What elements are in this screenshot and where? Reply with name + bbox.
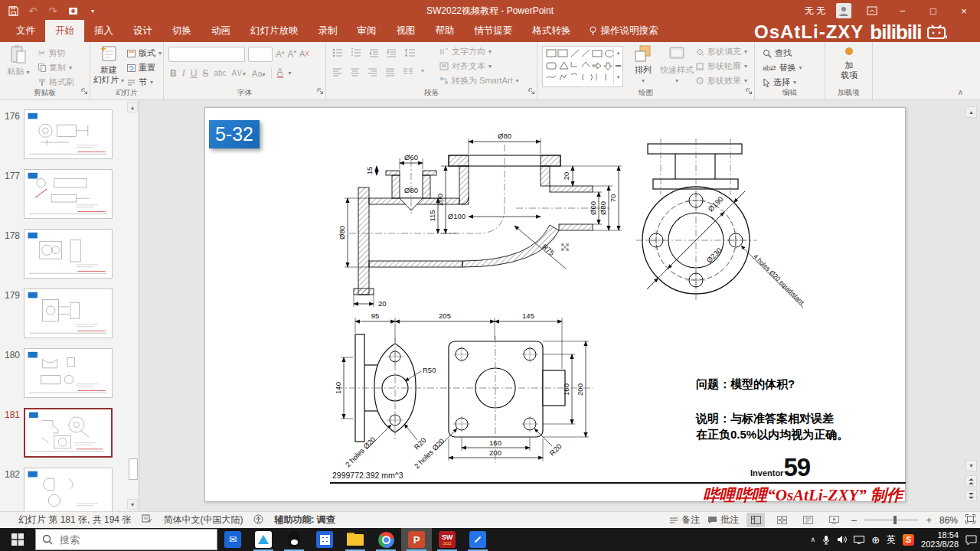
outdent-icon[interactable] <box>369 48 379 57</box>
change-case-button[interactable]: Aa▾ <box>252 69 265 78</box>
tab-transitions[interactable]: 切换 <box>162 20 201 42</box>
line-spacing-icon[interactable] <box>404 48 416 57</box>
taskbar-app-browser[interactable] <box>371 528 401 551</box>
taskbar-app-docs[interactable] <box>309 528 340 551</box>
collapse-ribbon-button[interactable]: ∧ <box>958 88 963 96</box>
thumbnail-176[interactable]: 176 <box>0 109 139 159</box>
slide-181[interactable]: 5-32 <box>204 107 906 502</box>
char-spacing-button[interactable]: AV▾ <box>231 69 247 77</box>
addins-button[interactable]: 加 载项 <box>832 44 866 80</box>
tab-insert[interactable]: 插入 <box>84 20 123 42</box>
font-size-select[interactable] <box>248 47 273 62</box>
ribbon-display-options-icon[interactable] <box>862 2 882 19</box>
canvas-scroll-up[interactable]: ▴ <box>965 106 977 118</box>
indent-icon[interactable] <box>387 48 397 57</box>
numbering-icon[interactable] <box>351 48 361 57</box>
paste-button[interactable]: 粘贴 ▾ <box>2 44 35 77</box>
search-input[interactable] <box>58 533 199 546</box>
new-slide-button[interactable]: 新建 幻灯片 ▾ <box>92 44 126 86</box>
zoom-out-button[interactable]: − <box>851 514 857 527</box>
taskbar-app-solidworks[interactable]: SW2022 <box>432 528 462 551</box>
speaker-icon[interactable] <box>837 535 847 544</box>
italic-button[interactable]: I <box>182 67 185 79</box>
avatar[interactable] <box>836 3 851 18</box>
font-name-select[interactable] <box>168 47 245 62</box>
sogou-icon[interactable]: S <box>903 534 914 546</box>
tab-record[interactable]: 录制 <box>309 20 348 42</box>
thumb-scroll-up[interactable]: ▴ <box>127 102 138 112</box>
reading-view-button[interactable] <box>799 513 817 527</box>
justify-icon[interactable] <box>385 67 395 77</box>
thumbnail-181-selected[interactable]: 181 <box>0 408 139 458</box>
account-name[interactable]: 无 无 <box>805 5 825 18</box>
fit-to-window-button[interactable] <box>965 514 975 526</box>
canvas-scroll-down[interactable]: ▾ <box>965 460 977 471</box>
tab-home[interactable]: 开始 <box>45 20 84 42</box>
text-direction-button[interactable]: 文字方向 ▾ <box>439 44 518 59</box>
previous-slide-button[interactable] <box>965 475 977 487</box>
tab-slideshow[interactable]: 幻灯片放映 <box>240 20 309 42</box>
tray-expand-icon[interactable]: ∧ <box>811 536 816 543</box>
close-button[interactable]: × <box>954 2 974 19</box>
taskbar-app-thunder[interactable] <box>248 528 279 551</box>
font-dialog-launcher[interactable] <box>317 84 324 98</box>
thumbnail-178[interactable]: 178 <box>0 229 139 279</box>
shapes-scroll-up[interactable]: ▴ <box>614 47 622 59</box>
thumbnail-179[interactable]: 179 <box>0 289 139 338</box>
shape-outline-button[interactable]: 形状轮廓 ▾ <box>695 59 747 73</box>
replace-button[interactable]: ab⇄替换 ▾ <box>763 60 802 75</box>
taskbar-search[interactable] <box>35 529 217 550</box>
shapes-scroll-down[interactable]: ▾ <box>614 71 622 83</box>
start-button[interactable] <box>0 528 35 551</box>
thumb-scroll-down[interactable]: ▾ <box>127 499 138 510</box>
shape-effects-button[interactable]: 形状效果 ▾ <box>695 73 747 88</box>
shape-gallery[interactable]: ▴ ▬ ▾ <box>542 46 623 87</box>
slideshow-button[interactable] <box>825 513 843 527</box>
display-icon[interactable] <box>854 536 864 544</box>
smartart-button[interactable]: 转换为 SmartArt ▾ <box>439 73 518 88</box>
zoom-level[interactable]: 86% <box>939 515 958 526</box>
thumbnail-182[interactable]: 182 <box>0 468 139 511</box>
bullets-icon[interactable] <box>332 48 343 57</box>
tab-review[interactable]: 审阅 <box>348 20 387 42</box>
action-center-icon[interactable] <box>965 535 977 545</box>
next-slide-button[interactable] <box>965 490 977 501</box>
taskbar-app-powerpoint[interactable]: P <box>401 528 432 551</box>
align-text-button[interactable]: 对齐文本 ▾ <box>439 59 518 73</box>
zoom-slider-handle[interactable] <box>893 516 897 524</box>
taskbar-app-qq[interactable] <box>279 528 309 551</box>
tab-animations[interactable]: 动画 <box>201 20 240 42</box>
taskbar-file-explorer[interactable] <box>340 528 371 551</box>
tab-format-convert[interactable]: 格式转换 <box>523 20 581 42</box>
microphone-icon[interactable] <box>822 535 830 545</box>
language-indicator[interactable]: 简体中文(中国大陆) <box>163 514 243 527</box>
tab-file[interactable]: 文件 <box>6 20 45 42</box>
quick-styles-button[interactable]: 快速样式 ▾ <box>660 44 694 86</box>
align-left-icon[interactable] <box>332 67 342 77</box>
zoom-slider[interactable] <box>864 520 918 520</box>
comments-button[interactable]: 批注 <box>707 514 739 527</box>
taskbar-app-blue[interactable] <box>462 528 493 551</box>
arrange-button[interactable]: 排列 ▾ <box>626 44 660 86</box>
cut-button[interactable]: ✂剪切 <box>38 46 74 60</box>
clear-format-button[interactable]: A <box>299 49 309 60</box>
thumbnail-180[interactable]: 180 <box>0 348 139 398</box>
strikethrough-button[interactable]: S <box>202 68 208 79</box>
reset-button[interactable]: 重置 <box>127 60 162 75</box>
shadow-button[interactable]: abc <box>214 69 226 77</box>
restore-button[interactable]: □ <box>923 2 943 19</box>
copy-button[interactable]: 复制 ▾ <box>38 60 74 75</box>
tab-design[interactable]: 设计 <box>123 20 162 42</box>
slide-sorter-view-button[interactable] <box>773 513 791 527</box>
bold-button[interactable]: B <box>170 68 177 79</box>
accessibility-status[interactable]: 辅助功能: 调查 <box>274 514 335 527</box>
clipboard-dialog-launcher[interactable] <box>81 84 88 98</box>
thumbnail-scrollbar[interactable]: ▴ ▾ <box>127 100 138 511</box>
columns-icon[interactable] <box>403 67 413 77</box>
grow-font-button[interactable]: A▴ <box>276 49 285 60</box>
thumb-scroll-handle[interactable] <box>129 458 138 480</box>
notes-button[interactable]: 备注 <box>669 514 700 527</box>
find-button[interactable]: 查找 <box>763 46 802 60</box>
font-color-button[interactable]: A <box>277 68 283 78</box>
normal-view-button[interactable] <box>746 513 765 527</box>
